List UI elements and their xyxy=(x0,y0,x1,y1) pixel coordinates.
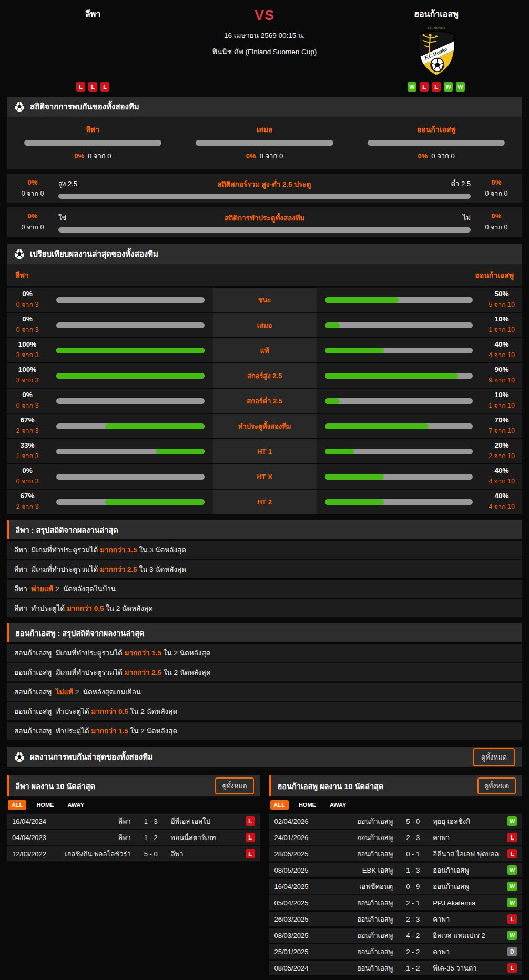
away-results-panel: ฮอนก้าเอสพู ผลงาน 10 นัดล่าสุด ดูทั้งหมด… xyxy=(269,775,523,977)
match-result-badge: L xyxy=(507,963,517,973)
under-detail: 0 จาก 0 xyxy=(479,188,514,199)
match-away-team: คาพา xyxy=(428,832,503,843)
compare-home-bar xyxy=(48,288,213,312)
h2h-detail: 0 จาก 0 xyxy=(260,152,283,160)
btts-left-stat: 0% 0 จาก 0 xyxy=(15,212,50,233)
match-home-team: ฮอนก้าเอสพู xyxy=(323,946,399,957)
compare-row: 33%1 จาก 3HT 120%2 จาก 10 xyxy=(7,439,522,463)
bar-fill xyxy=(325,373,458,379)
match-result-row[interactable]: 12/03/2022เฮลชิงกิน พอลโลชัวร่า5 - 0ลีพา… xyxy=(7,846,260,861)
tab-all[interactable]: ALL xyxy=(270,800,289,810)
away-results-rows: 02/04/2026ฮอนก้าเอสพู5 - 0พุยยุ เฮลชิงกิ… xyxy=(269,814,523,975)
match-result-row[interactable]: 08/03/2025ฮอนก้าเอสพู4 - 2อิลเวส แทมเปเร… xyxy=(269,928,523,943)
home-results-rows: 16/04/2024ลีพา1 - 3อีพีเอส เอสโปL04/04/2… xyxy=(7,814,260,861)
compare-home-percent: 100% xyxy=(18,366,37,373)
away-summary-section: ฮอนก้าเอสพู : สรุปสถิติจากผลงานล่าสุด ฮอ… xyxy=(0,623,529,740)
h2h-header: สถิติจากการพบกันของทั้งสองทีม xyxy=(7,97,522,117)
compare-away-bar xyxy=(317,363,482,388)
compare-home-detail: 2 จาก 3 xyxy=(16,501,39,512)
match-result-badge-wrap: L xyxy=(503,833,517,842)
match-result-badge-wrap: W xyxy=(503,882,517,891)
compare-home-detail: 0 จาก 3 xyxy=(16,325,39,335)
recent-view-all-button[interactable]: ดูทั้งหมด xyxy=(473,748,515,766)
away-results-title: ฮอนก้าเอสพู ผลงาน 10 นัดล่าสุด xyxy=(278,780,384,792)
summary-row: ลีพา พ่ายแพ้ 2 นัดหลังสุดในบ้าน xyxy=(7,580,522,598)
compare-home-bar xyxy=(48,389,213,413)
over-under-left-stat: 0% 0 จาก 0 xyxy=(15,178,50,199)
match-result-row[interactable]: 28/05/2025ฮอนก้าเอสพู0 - 1อีคีนาส ไอเอฟ … xyxy=(269,846,523,861)
match-result-row[interactable]: 26/03/2025ฮอนก้าเอสพู2 - 3คาพาL xyxy=(269,912,523,926)
match-date: 04/04/2023 xyxy=(12,834,60,842)
match-result-row[interactable]: 08/05/2025EBK เอสพู1 - 3ฮอนก้าเอสพูW xyxy=(269,863,523,877)
h2h-column: เสมอ0%0 จาก 0 xyxy=(179,124,351,161)
bar-fill xyxy=(325,423,429,429)
under-label: ต่ำ 2.5 xyxy=(451,178,471,189)
summary-text: ลีพา xyxy=(14,583,31,594)
btts-bar xyxy=(58,227,471,233)
summary-text: ใน 2 นัดหลังสุด xyxy=(104,602,152,614)
match-away-team: ฮอนก้าเอสพู xyxy=(428,881,503,892)
match-result-row[interactable]: 16/04/2024ลีพา1 - 3อีพีเอส เอสโปL xyxy=(7,814,260,829)
bar-track xyxy=(56,373,205,379)
soccer-ball-icon xyxy=(14,752,25,762)
tab-away[interactable]: AWAY xyxy=(64,800,87,810)
compare-away-team: ฮอนก้าเอสพู xyxy=(475,269,514,281)
match-result-row[interactable]: 25/01/2025ฮอนก้าเอสพู2 - 2คาพาD xyxy=(269,944,523,959)
tab-home[interactable]: HOME xyxy=(33,800,57,810)
match-home-team: เอฟซีคอนตุ xyxy=(323,881,399,892)
match-date: 24/01/2026 xyxy=(274,834,323,842)
compare-home-detail: 2 จาก 3 xyxy=(16,426,39,436)
summary-text: ใน 3 นัดหลังสุด xyxy=(137,544,186,555)
form-result-badge: L xyxy=(432,82,441,92)
h2h-column-label: เสมอ xyxy=(257,124,273,135)
bar-track xyxy=(325,474,473,480)
tab-all[interactable]: ALL xyxy=(8,800,26,810)
bar-track xyxy=(56,499,205,505)
over-percent: 0% xyxy=(15,178,50,186)
match-result-row[interactable]: 24/01/2026ฮอนก้าเอสพู2 - 3คาพาL xyxy=(269,830,523,845)
summary-text: ใน 2 นัดหลังสุด xyxy=(128,705,177,717)
compare-away-stat: 40%4 จาก 10 xyxy=(481,490,522,514)
home-results-tabs: ALLHOMEAWAY xyxy=(7,796,260,814)
home-results-view-all-button[interactable]: ดูทั้งหมด xyxy=(215,777,253,794)
match-result-badge: L xyxy=(507,849,517,858)
match-score: 0 - 9 xyxy=(398,883,428,891)
summary-highlight: มากกว่า 1.5 xyxy=(100,544,137,555)
compare-away-percent: 20% xyxy=(494,441,508,449)
match-result-row[interactable]: 05/04/2025ฮอนก้าเอสพู2 - 1PPJ AkatemiaW xyxy=(269,895,523,910)
match-date: 08/03/2025 xyxy=(274,932,323,939)
summary-highlight: มากกว่า 2.5 xyxy=(125,666,162,678)
match-result-row[interactable]: 08/05/2024ฮอนก้าเอสพู1 - 2พีเค-35 วานตาL xyxy=(269,961,523,975)
match-away-team: ลีพา xyxy=(166,848,241,860)
compare-row-label: สกอร์สูง 2.5 xyxy=(213,363,317,388)
compare-home-stat: 33%1 จาก 3 xyxy=(7,439,48,463)
match-result-row[interactable]: 02/04/2026ฮอนก้าเอสพู5 - 0พุยยุ เฮลชิงกิ… xyxy=(269,814,523,829)
away-results-view-all-button[interactable]: ดูทั้งหมด xyxy=(477,777,516,794)
match-date: 08/05/2025 xyxy=(274,866,323,874)
compare-away-percent: 40% xyxy=(494,492,508,500)
match-result-row[interactable]: 04/04/2023ลีพา1 - 2พอนนี่สตาร์เกทL xyxy=(7,830,260,845)
compare-away-stat: 40%4 จาก 10 xyxy=(481,338,522,362)
match-home-team: ฮอนก้าเอสพู xyxy=(323,963,399,974)
tab-away[interactable]: AWAY xyxy=(326,800,350,810)
soccer-ball-icon xyxy=(14,102,25,112)
bar-track xyxy=(325,499,473,505)
h2h-column-stat: 0%0 จาก 0 xyxy=(74,150,111,161)
btts-right-stat: 0% 0 จาก 0 xyxy=(479,212,514,233)
compare-home-stat: 100%3 จาก 3 xyxy=(7,363,48,388)
btts-yes-detail: 0 จาก 0 xyxy=(15,222,50,233)
tab-home[interactable]: HOME xyxy=(295,800,320,810)
compare-away-percent: 90% xyxy=(494,366,508,373)
h2h-bar xyxy=(196,140,333,146)
compare-home-bar xyxy=(48,363,213,388)
bar-fill xyxy=(325,398,340,404)
bar-fill xyxy=(325,474,384,480)
summary-row: ฮอนก้าเอสพู ทำประตูได้ มากกว่า 0.5 ใน 2 … xyxy=(7,702,522,720)
compare-home-detail: 3 จาก 3 xyxy=(16,350,39,360)
match-date: 16/04/2024 xyxy=(12,817,60,825)
match-result-row[interactable]: 16/04/2025เอฟซีคอนตุ0 - 9ฮอนก้าเอสพูW xyxy=(269,879,523,894)
match-home-team: ฮอนก้าเอสพู xyxy=(323,897,399,908)
away-summary-header: ฮอนก้าเอสพู : สรุปสถิติจากผลงานล่าสุด xyxy=(7,623,522,642)
match-date: 28/05/2025 xyxy=(274,850,323,858)
bar-track xyxy=(56,423,205,429)
